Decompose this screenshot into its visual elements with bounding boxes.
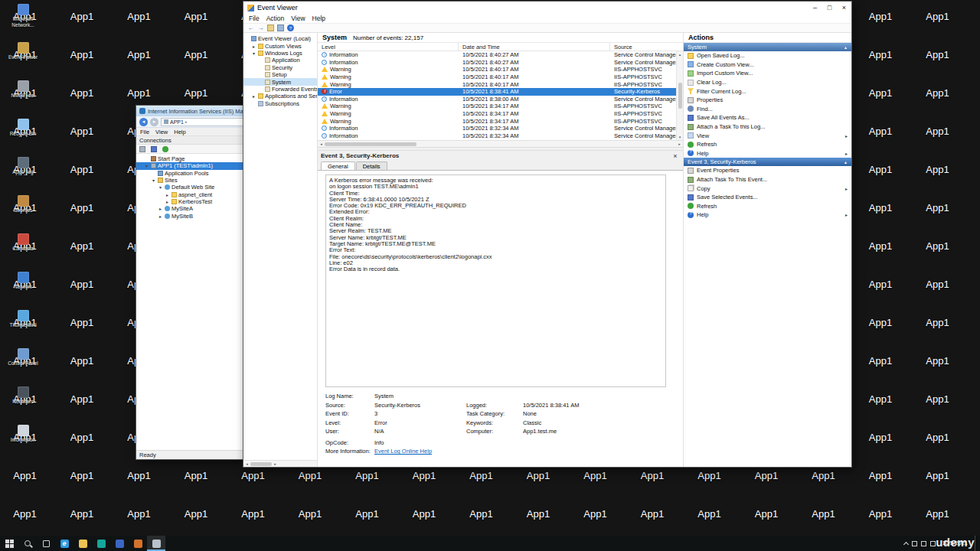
desktop-shortcut-label[interactable]: App1 <box>914 317 961 328</box>
save-icon[interactable] <box>151 146 157 152</box>
action-event-properties[interactable]: Event Properties <box>684 166 851 175</box>
information-icon[interactable]: Information <box>2 425 44 443</box>
desktop-shortcut-label[interactable]: App1 <box>572 508 619 520</box>
desktop-shortcut-label[interactable]: App1 <box>59 279 106 290</box>
app-icon-blue[interactable] <box>110 536 129 551</box>
tray-expand-icon[interactable] <box>903 541 909 546</box>
desktop-shortcut-label[interactable]: App1 <box>458 470 505 481</box>
desktop-shortcut-label[interactable]: App1 <box>914 508 961 520</box>
event-viewer-taskbar-icon[interactable] <box>147 536 165 551</box>
forward-icon[interactable]: → <box>257 24 264 31</box>
app1-log-icon[interactable]: App1_log <box>2 157 44 175</box>
expand-glyph-icon[interactable]: ▸ <box>253 93 258 99</box>
scrollbar-thumb[interactable] <box>250 462 272 466</box>
expand-glyph-icon[interactable]: ▾ <box>253 51 258 56</box>
action-help[interactable]: Help ▸ <box>684 149 851 158</box>
desktop-shortcut-label[interactable]: App1 <box>858 49 904 60</box>
desktop-shortcut-label[interactable]: App1 <box>858 87 904 99</box>
desktop-shortcut-label[interactable]: App1 <box>59 49 106 60</box>
desktop-shortcut-label[interactable]: App1 <box>743 470 790 481</box>
event-viewer-titlebar[interactable]: Event Viewer – □ × <box>243 2 851 14</box>
recycle-bin-icon[interactable]: Recycle Bin <box>2 119 44 137</box>
back-icon[interactable]: ← <box>247 24 254 31</box>
breadcrumb-server[interactable]: APP1 <box>170 119 184 125</box>
action-filter-current-log[interactable]: Filter Current Log... <box>684 86 851 96</box>
desktop-shortcut-label[interactable]: App1 <box>686 470 733 481</box>
expand-glyph-icon[interactable]: ▾ <box>145 163 151 168</box>
tree-item-application[interactable]: Application <box>243 57 317 64</box>
action-attach-task-to-event[interactable]: Attach Task To This Event... <box>684 175 851 184</box>
list-vertical-scrollbar[interactable]: ▴ ▾ <box>676 51 683 140</box>
event-row[interactable]: Information 10/5/2021 8:40:27 AM Service… <box>318 59 676 67</box>
desktop-shortcut-label[interactable]: App1 <box>59 470 106 481</box>
desktop-shortcut-label[interactable]: App1 <box>858 317 904 328</box>
scroll-left-icon[interactable]: ◂ <box>243 461 250 466</box>
action-help-event[interactable]: Help ▸ <box>684 210 851 220</box>
desktop-shortcut-label[interactable]: App1 <box>59 317 106 328</box>
event-log-online-help-link[interactable]: Event Log Online Help <box>374 448 466 455</box>
action-refresh-event[interactable]: Refresh <box>684 202 851 211</box>
favorites-icon[interactable]: favorites <box>2 195 44 214</box>
desktop-shortcut-label[interactable]: App1 <box>59 202 106 214</box>
action-open-saved-log[interactable]: Open Saved Log... <box>684 51 851 60</box>
desktop-shortcut-label[interactable]: App1 <box>287 508 334 520</box>
actions-group-event[interactable]: Event 3, Security-Kerberos ▲ <box>684 158 851 166</box>
desktop-shortcut-label[interactable]: App1 <box>173 508 220 520</box>
tab-general[interactable]: General <box>321 161 355 170</box>
expand-glyph-icon[interactable]: ▸ <box>166 192 172 197</box>
menu-item[interactable]: View <box>155 129 168 135</box>
desktop-shortcut-label[interactable]: App1 <box>173 87 220 99</box>
forward-button[interactable]: ▸ <box>150 118 158 126</box>
event-row[interactable]: Information 10/5/2021 8:40:27 AM Service… <box>318 51 676 59</box>
desktop-shortcut-label[interactable]: App1 <box>858 508 904 520</box>
menu-item[interactable]: Help <box>312 15 325 22</box>
desktop-shortcut-label[interactable]: App1 <box>858 470 904 481</box>
event-viewer-shortcut-icon[interactable]: Event Viewer <box>2 42 44 60</box>
event-row[interactable]: Warning 10/5/2021 8:40:17 AM IIS-APPHOST… <box>318 66 676 73</box>
desktop-shortcut-label[interactable]: App1 <box>572 470 619 481</box>
scroll-up-icon[interactable]: ▴ <box>679 52 681 57</box>
desktop-shortcut-label[interactable]: App1 <box>858 164 904 175</box>
file-explorer-icon[interactable] <box>74 536 92 551</box>
action-clear-log[interactable]: Clear Log... <box>684 78 851 87</box>
expand-glyph-icon[interactable]: ▸ <box>159 206 165 211</box>
microsoft-network-icon[interactable]: Microsoft Network... <box>2 4 44 28</box>
chevron-right-icon[interactable]: ▸ <box>185 119 188 124</box>
menu-item[interactable]: View <box>291 15 305 22</box>
expand-glyph-icon[interactable]: ▸ <box>253 44 258 49</box>
desktop-shortcut-label[interactable]: App1 <box>2 508 48 520</box>
minimize-button[interactable]: – <box>808 2 822 14</box>
event-row[interactable]: Information 10/5/2021 8:32:34 AM Service… <box>318 125 676 132</box>
close-button[interactable]: × <box>837 2 851 14</box>
thunderbird-icon[interactable]: Thunderbird <box>2 310 44 328</box>
scrollbar-thumb[interactable] <box>678 83 682 109</box>
event-row[interactable]: Information 10/5/2021 8:32:34 AM Service… <box>318 132 676 140</box>
scroll-down-icon[interactable]: ▾ <box>679 135 681 139</box>
connect-icon[interactable] <box>139 146 145 152</box>
desktop-shortcut-label[interactable]: App1 <box>800 470 847 481</box>
desktop-shortcut-label[interactable]: App1 <box>287 470 334 481</box>
desktop-shortcut-label[interactable]: App1 <box>914 393 961 405</box>
desktop-shortcut-label[interactable]: App1 <box>116 470 162 481</box>
desktop-shortcut-label[interactable]: App1 <box>401 470 448 481</box>
desktop-shortcut-label[interactable]: App1 <box>401 508 448 520</box>
desktop-shortcut-label[interactable]: App1 <box>59 393 106 405</box>
tree-item-security[interactable]: Security <box>243 64 317 71</box>
expand-glyph-icon[interactable]: ▸ <box>166 199 172 204</box>
desktop-shortcut-label[interactable]: App1 <box>858 240 904 252</box>
desktop-shortcut-label[interactable]: App1 <box>914 11 961 22</box>
show-console-tree-icon[interactable] <box>267 24 274 31</box>
desktop-shortcut-label[interactable]: App1 <box>914 87 961 99</box>
close-icon[interactable]: × <box>671 152 680 160</box>
desktop-shortcut-label[interactable]: App1 <box>59 240 106 252</box>
event-row[interactable]: Warning 10/5/2021 8:40:17 AM IIS-APPHOST… <box>318 73 676 81</box>
desktop-shortcut-label[interactable]: App1 <box>800 508 847 520</box>
desktop-shortcut-label[interactable]: App1 <box>515 470 562 481</box>
desktop-shortcut-label[interactable]: App1 <box>914 240 961 252</box>
desktop-shortcut-label[interactable]: App1 <box>59 432 106 443</box>
desktop-shortcut-label[interactable]: App1 <box>59 87 106 99</box>
desktop-shortcut-label[interactable]: App1 <box>230 470 276 481</box>
event-row[interactable]: Warning 10/5/2021 8:34:17 AM IIS-APPHOST… <box>318 117 676 125</box>
control-panel-icon[interactable]: Control Panel <box>2 348 44 367</box>
desktop-shortcut-label[interactable]: App1 <box>173 470 220 481</box>
